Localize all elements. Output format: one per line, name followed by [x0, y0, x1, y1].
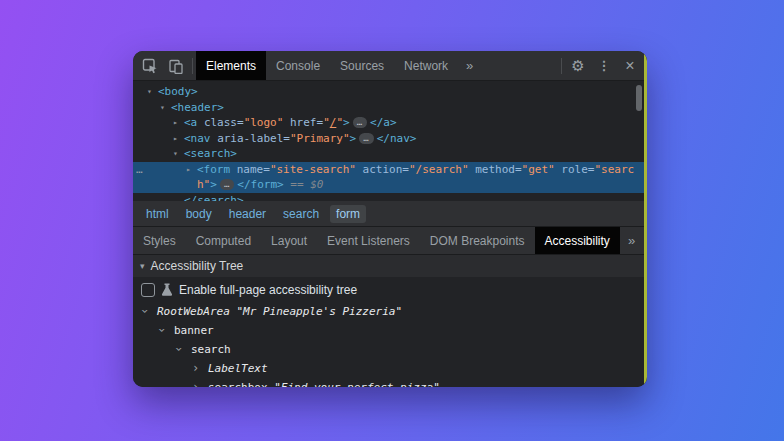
collapsed-content-ellipsis-badge: … [353, 117, 367, 128]
toolbar-separator [192, 58, 193, 74]
expand-arrow-icon[interactable]: ▾ [173, 146, 178, 162]
device-toolbar-icon [168, 58, 184, 74]
tab-network[interactable]: Network [394, 51, 458, 80]
toolbar-right-cluster: ⚙ ⋮ × [558, 51, 647, 80]
window-edge-strip [644, 51, 647, 387]
accessibility-tree: ›RootWebArea "Mr Pineapple's Pizzeria"›b… [133, 302, 647, 387]
gear-icon: ⚙ [571, 58, 584, 73]
scrollbar-thumb[interactable] [636, 85, 642, 111]
dom-tree-row[interactable]: ▸<a class="logo" href="/">…</a> [133, 115, 647, 131]
breadcrumb-header[interactable]: header [223, 205, 272, 223]
collapsed-content-ellipsis-badge: … [220, 179, 234, 190]
dom-tree-pane: ▾<body>▾<header>▸<a class="logo" href="/… [133, 81, 647, 201]
chevron-down-icon[interactable]: › [135, 308, 154, 315]
tab-layout[interactable]: Layout [261, 227, 317, 254]
sidebar-tab-bar: StylesComputedLayoutEvent ListenersDOM B… [133, 227, 647, 255]
full-page-a11y-toggle-row: Enable full-page accessibility tree [133, 277, 647, 302]
chevron-right-icon[interactable]: › [192, 359, 199, 378]
checkbox-label: Enable full-page accessibility tree [179, 283, 357, 297]
breadcrumb-search[interactable]: search [277, 205, 325, 223]
tab-event-listeners[interactable]: Event Listeners [317, 227, 420, 254]
collapse-arrow-icon[interactable]: ▸ [186, 162, 191, 178]
enable-full-page-checkbox[interactable] [141, 283, 155, 297]
settings-button[interactable]: ⚙ [565, 51, 591, 80]
chevron-down-icon[interactable]: › [152, 327, 171, 334]
dom-tree-row[interactable]: ▾<header> [133, 100, 647, 116]
tab-console[interactable]: Console [266, 51, 330, 80]
expand-arrow-icon[interactable]: ▾ [160, 100, 165, 116]
tab-sources[interactable]: Sources [330, 51, 394, 80]
expand-arrow-icon[interactable]: ▾ [147, 84, 152, 100]
collapse-arrow-icon[interactable]: ▸ [173, 131, 178, 147]
tab-elements[interactable]: Elements [196, 51, 266, 80]
inspect-cursor-icon [142, 58, 158, 74]
more-sidebar-tabs-button[interactable]: » [620, 227, 643, 254]
toolbar-separator [561, 58, 562, 74]
a11y-tree-row[interactable]: ›RootWebArea "Mr Pineapple's Pizzeria" [133, 302, 647, 321]
a11y-tree-row[interactable]: ›search [133, 340, 647, 359]
dom-tree-row[interactable]: ▾<search> [133, 146, 647, 162]
tab-dom-breakpoints[interactable]: DOM Breakpoints [420, 227, 535, 254]
chevron-down-icon[interactable]: › [169, 346, 188, 353]
customize-menu-button[interactable]: ⋮ [591, 51, 617, 80]
inspect-element-button[interactable] [137, 51, 163, 80]
devtools-toolbar: ElementsConsoleSourcesNetwork » ⚙ ⋮ × [133, 51, 647, 81]
more-tabs-icon: » [466, 58, 473, 73]
dom-tree-row[interactable]: </search> [133, 193, 647, 202]
more-panels-button[interactable]: » [458, 51, 481, 80]
device-toolbar-button[interactable] [163, 51, 189, 80]
dom-tree-row[interactable]: ▸<nav aria-label="Primary">…</nav> [133, 131, 647, 147]
devtools-window: ElementsConsoleSourcesNetwork » ⚙ ⋮ × ▾<… [133, 51, 647, 387]
row-actions-dots-icon[interactable]: … [136, 162, 144, 178]
sidebar-tabs: StylesComputedLayoutEvent ListenersDOM B… [133, 227, 620, 254]
breadcrumb-form[interactable]: form [330, 205, 366, 223]
kebab-menu-icon: ⋮ [598, 59, 611, 72]
tab-accessibility[interactable]: Accessibility [535, 227, 620, 254]
accessibility-tree-section-header[interactable]: ▾ Accessibility Tree [133, 255, 647, 277]
close-devtools-button[interactable]: × [617, 51, 643, 80]
a11y-tree-row[interactable]: ›searchbox "Find your perfect pizza" [133, 378, 647, 387]
breadcrumb-html[interactable]: html [140, 205, 175, 223]
close-icon: × [625, 58, 634, 74]
section-title: Accessibility Tree [151, 259, 244, 273]
chevron-right-icon[interactable]: › [192, 378, 199, 387]
more-tabs-icon: » [628, 233, 635, 248]
a11y-tree-row[interactable]: ›banner [133, 321, 647, 340]
section-expand-triangle-icon: ▾ [140, 261, 145, 271]
experiment-flask-icon [161, 283, 173, 297]
a11y-tree-row[interactable]: ›LabelText [133, 359, 647, 378]
dom-tree-row[interactable]: …▸<form name="site-search" action="/sear… [133, 162, 647, 193]
tab-styles[interactable]: Styles [133, 227, 186, 254]
breadcrumb-bar: htmlbodyheadersearchform [133, 201, 647, 227]
dom-tree-row[interactable]: ▾<body> [133, 84, 647, 100]
collapsed-content-ellipsis-badge: … [359, 133, 373, 144]
collapse-arrow-icon[interactable]: ▸ [173, 115, 178, 131]
tab-computed[interactable]: Computed [186, 227, 261, 254]
main-panel-tabs: ElementsConsoleSourcesNetwork [196, 51, 458, 80]
breadcrumb-body[interactable]: body [180, 205, 218, 223]
